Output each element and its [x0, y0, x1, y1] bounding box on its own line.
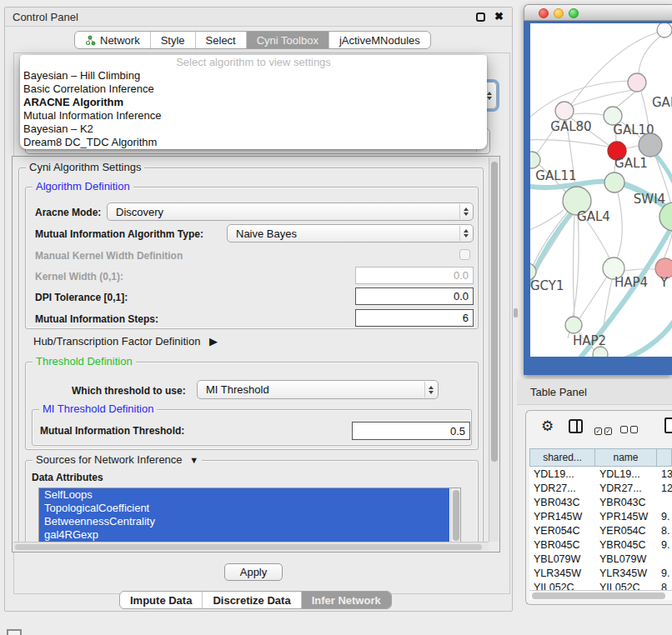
network-edge[interactable] [579, 277, 607, 318]
network-node[interactable] [593, 347, 608, 357]
column-layout-icon[interactable] [569, 419, 583, 433]
tab-infer-network[interactable]: Infer Network [301, 592, 391, 608]
gear-icon[interactable]: ⚙ [541, 418, 554, 435]
algorithm-option[interactable]: ARACNE Algorithm [20, 96, 487, 109]
network-edge[interactable] [610, 313, 672, 357]
control-panel-titlebar[interactable]: Control Panel ✖ [5, 8, 512, 27]
settings-vertical-scrollbar[interactable] [489, 158, 499, 542]
attribute-list-item[interactable]: SelfLoops [39, 488, 449, 502]
table-cell[interactable]: YBL079W [595, 552, 657, 566]
table-mode-icon[interactable] [664, 418, 672, 433]
table-cell[interactable]: YDL19... [595, 467, 657, 481]
column-header-clipped[interactable] [657, 448, 672, 467]
minimize-traffic-light-icon[interactable] [554, 8, 564, 18]
network-node[interactable] [657, 23, 672, 38]
sources-group-title[interactable]: Sources for Network Inference ▼ [33, 453, 202, 466]
network-window-titlebar[interactable] [524, 4, 672, 21]
panel-divider-handle[interactable] [514, 308, 518, 318]
tab-style[interactable]: Style [150, 32, 195, 48]
settings-horizontal-scrollbar[interactable] [13, 542, 489, 551]
scrollbar-thumb[interactable] [15, 544, 482, 550]
clear-all-checkboxes-icon[interactable] [620, 422, 640, 437]
mi-threshold-field[interactable]: 0.5 [352, 422, 470, 440]
table-horizontal-scrollbar[interactable] [529, 590, 672, 600]
table-panel-header[interactable]: Table Panel [517, 379, 672, 405]
tab-select[interactable]: Select [195, 32, 246, 48]
attribute-list-item[interactable]: TopologicalCoefficient [39, 502, 449, 515]
network-edge[interactable] [624, 269, 655, 271]
tab-cyni-toolbox[interactable]: Cyni Toolbox [246, 32, 328, 48]
network-edge[interactable] [617, 192, 622, 258]
hub-definition-toggle[interactable]: Hub/Transcription Factor Definition ▶ [33, 335, 218, 348]
algorithm-option[interactable]: Bayesian – Hill Climbing [20, 69, 487, 82]
table-cell[interactable]: YLR345W [529, 566, 595, 580]
table-row[interactable]: YBR043CYBR043C [529, 495, 672, 509]
attribute-list-item[interactable]: BetweennessCentrality [39, 515, 449, 528]
table-cell[interactable]: YPR145W [595, 509, 657, 523]
aracne-mode-combobox[interactable]: Discovery [107, 202, 474, 221]
apply-button[interactable]: Apply [224, 563, 283, 581]
zoom-traffic-light-icon[interactable] [569, 8, 579, 18]
table-cell[interactable]: YPR145W [529, 509, 595, 523]
table-row[interactable]: YBR045CYBR045C9. [529, 538, 672, 552]
network-node[interactable] [530, 152, 540, 168]
table-cell[interactable]: YBR043C [529, 495, 595, 509]
tab-network[interactable]: Network [75, 32, 150, 48]
float-window-icon[interactable] [476, 12, 485, 22]
network-edge[interactable] [639, 35, 662, 73]
network-edge[interactable] [616, 92, 635, 108]
algorithm-option[interactable]: Bayesian – K2 [20, 122, 487, 136]
table-cell[interactable]: 9. [657, 538, 672, 552]
scrollbar-thumb[interactable] [491, 162, 498, 462]
network-edge[interactable] [574, 215, 575, 318]
table-cell[interactable]: YBR045C [595, 538, 657, 552]
table-cell[interactable]: YDR27... [529, 481, 595, 495]
table-cell[interactable] [657, 495, 672, 509]
column-header-shared-name[interactable]: shared... [529, 448, 595, 467]
network-edge[interactable] [530, 140, 608, 147]
table-cell[interactable]: 12 [657, 481, 672, 495]
table-cell[interactable]: YBR043C [595, 495, 657, 509]
attribute-list-scrollbar[interactable] [450, 488, 460, 542]
table-cell[interactable]: YBR045C [529, 538, 595, 552]
algorithm-option[interactable]: Mutual Information Inference [20, 109, 487, 122]
network-node[interactable] [555, 102, 574, 120]
table-row[interactable]: YER054CYER054C8. [529, 523, 672, 538]
table-row[interactable]: YDR27...YDR27...12 [529, 481, 672, 495]
table-cell[interactable]: 9. [657, 509, 672, 523]
scrollbar-thumb[interactable] [532, 592, 665, 599]
tab-impute-data[interactable]: Impute Data [120, 592, 202, 608]
network-edge[interactable] [572, 90, 634, 106]
table-cell[interactable]: 13 [657, 467, 672, 481]
table-cell[interactable]: YER054C [529, 523, 595, 538]
network-edge[interactable] [574, 113, 604, 115]
network-edge[interactable] [626, 146, 639, 148]
attribute-list-item[interactable]: gal4RGexp [39, 528, 449, 542]
network-edge[interactable] [530, 213, 572, 286]
table-row[interactable]: YPR145WYPR145W9. [529, 509, 672, 523]
network-node[interactable] [604, 172, 624, 192]
network-canvas[interactable]: GALGAL80GAL10GAL1GAL11SWI4GAL4HAP4YGCY1H… [530, 23, 672, 357]
algorithm-option[interactable]: Basic Correlation Inference [20, 82, 487, 96]
tab-discretize-data[interactable]: Discretize Data [202, 592, 300, 608]
kernel-width-field[interactable]: 0.0 [355, 267, 474, 284]
table-cell[interactable]: 8. [657, 523, 672, 538]
table-cell[interactable]: YBL079W [529, 552, 595, 566]
close-traffic-light-icon[interactable] [539, 8, 549, 18]
network-node[interactable] [628, 73, 646, 92]
table-cell[interactable]: YLR345W [595, 566, 657, 580]
bottom-corner-icon[interactable] [7, 629, 22, 635]
which-threshold-combobox[interactable]: MI Threshold [197, 380, 439, 399]
dpi-tolerance-field[interactable]: 0.0 [355, 288, 474, 305]
manual-kernel-checkbox[interactable] [459, 249, 470, 260]
close-icon[interactable]: ✖ [494, 10, 504, 22]
network-node[interactable] [565, 317, 582, 333]
mi-type-combobox[interactable]: Naive Bayes [227, 224, 474, 242]
algorithm-option[interactable]: Dream8 DC_TDC Algorithm [20, 136, 487, 149]
tab-jactivemnodules[interactable]: jActiveMNodules [328, 32, 430, 48]
table-cell[interactable] [657, 552, 672, 566]
table-row[interactable]: YLR345WYLR345W9. [529, 566, 672, 580]
table-row[interactable]: YDL19...YDL19...13 [529, 467, 672, 481]
table-row[interactable]: YBL079WYBL079W [529, 552, 672, 566]
table-cell[interactable]: 9. [657, 566, 672, 580]
